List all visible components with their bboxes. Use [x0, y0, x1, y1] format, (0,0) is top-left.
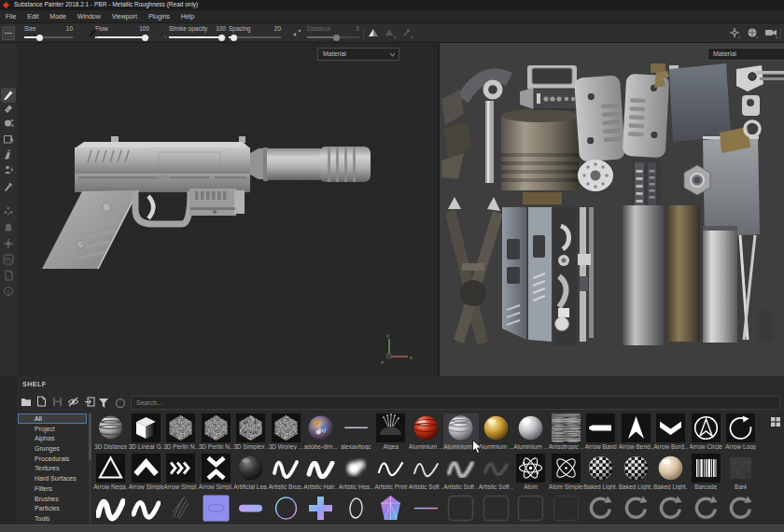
- camera-icon[interactable]: [764, 27, 779, 39]
- material-mode-dropdown-right[interactable]: Material: [707, 48, 784, 61]
- shelf-resource[interactable]: [163, 494, 199, 524]
- import-icon[interactable]: [83, 395, 95, 408]
- shelf-resource-3d-distance[interactable]: 3D Distance: [93, 413, 129, 450]
- shelf-resource[interactable]: [619, 494, 654, 524]
- menu-viewport[interactable]: Viewport: [106, 10, 143, 22]
- symmetry-icon[interactable]: [368, 27, 379, 38]
- viewport-2d-uv[interactable]: Material: [440, 43, 784, 376]
- menu-window[interactable]: Window: [72, 10, 106, 22]
- quick-mask-icon[interactable]: [401, 27, 414, 39]
- shelf-resource-baked-light[interactable]: Baked Light...: [583, 454, 619, 490]
- shelf-resource[interactable]: [269, 494, 304, 524]
- shelf-resource-arrow-nega[interactable]: Arrow Nega...: [93, 454, 129, 490]
- shelf-resource-algea[interactable]: Algea: [373, 413, 409, 450]
- document-icon[interactable]: [1, 268, 16, 283]
- shelf-resource-baked-light[interactable]: Baked Light...: [619, 454, 654, 490]
- shelf-category-tools[interactable]: Tools: [18, 513, 87, 524]
- shelf-resource-aluminium[interactable]: Aluminium ...: [479, 413, 514, 450]
- shelf-resource-arrow-simpl[interactable]: Arrow Simpl...: [163, 454, 199, 490]
- shelf-resource-atom-simple[interactable]: Atom Simple: [549, 454, 584, 490]
- photoshop-icon[interactable]: Ps: [1, 252, 16, 267]
- shelf-category-filters[interactable]: Filters: [18, 483, 87, 494]
- shelf-resource[interactable]: [93, 494, 129, 524]
- shelf-resource-arrow-simpl[interactable]: Arrow Simpl...: [199, 454, 234, 490]
- shelf-resource[interactable]: [409, 494, 444, 524]
- shelf-resource[interactable]: [723, 494, 759, 524]
- shelf-resource-artistic-soft[interactable]: Artistic Soft ...: [479, 454, 514, 490]
- shelf-resource[interactable]: [653, 494, 689, 524]
- shelf-resource-atom[interactable]: Atom: [513, 454, 549, 490]
- slider-spacing[interactable]: Spacing20: [229, 25, 281, 41]
- menu-plugins[interactable]: Plugins: [143, 10, 175, 22]
- hide-icon[interactable]: [67, 395, 79, 408]
- projection-icon[interactable]: [1, 116, 16, 131]
- shelf-resource-arrow-bend[interactable]: Arrow Bend...: [619, 413, 654, 450]
- shelf-resource-arrow-band[interactable]: Arrow Band: [583, 413, 619, 450]
- eraser-icon[interactable]: [1, 101, 16, 116]
- shelf-resource-bark[interactable]: Bark: [723, 454, 759, 490]
- slider-stroke-opacity[interactable]: Stroke opacity100: [169, 25, 226, 41]
- gear-icon[interactable]: [1, 236, 16, 251]
- shelf-resource-artistic-print[interactable]: Artistic Print: [373, 454, 409, 490]
- shelf-resource[interactable]: [129, 494, 164, 524]
- alert-icon[interactable]: [1, 220, 16, 235]
- pencil-preset-icon[interactable]: [156, 27, 168, 39]
- shelf-category-project[interactable]: Project: [18, 424, 87, 434]
- shelf-resource-arrow-loop[interactable]: Arrow Loop: [723, 413, 759, 450]
- menu-edit[interactable]: Edit: [21, 10, 44, 22]
- search-input[interactable]: [131, 396, 780, 410]
- smudge-icon[interactable]: [1, 147, 16, 162]
- menu-mode[interactable]: Mode: [44, 10, 72, 22]
- shelf-category-alphas[interactable]: Alphas: [18, 433, 87, 443]
- shelf-resource-arrow-circle[interactable]: Arrow Circle: [689, 413, 724, 450]
- color-picker-icon[interactable]: [1, 179, 16, 194]
- shelf-resource[interactable]: [339, 494, 374, 524]
- stroke-preset-button[interactable]: [2, 26, 15, 40]
- pivot-icon[interactable]: [729, 27, 742, 39]
- shelf-category-hard-surfaces[interactable]: Hard Surfaces: [18, 473, 87, 483]
- menu-file[interactable]: File: [0, 10, 21, 22]
- shelf-category-grunges[interactable]: Grunges: [18, 443, 87, 454]
- shelf-resource-aluminium[interactable]: Aluminium ...: [513, 413, 549, 450]
- shelf-category-all[interactable]: All: [18, 413, 87, 424]
- filter-circle-icon[interactable]: [115, 398, 126, 409]
- shelf-resource-3d-perlin-n[interactable]: 3D Perlin N...: [199, 413, 234, 450]
- shelf-resource-3d-linear-g[interactable]: 3D Linear G...: [129, 413, 164, 450]
- new-file-icon[interactable]: [35, 395, 48, 408]
- shelf-category-particles[interactable]: Particles: [18, 503, 87, 513]
- shelf-resource-artificial-lea[interactable]: Artificial Lea...: [233, 454, 269, 490]
- slider-distance[interactable]: Distance8: [307, 25, 359, 41]
- lazy-mouse-icon[interactable]: [292, 27, 303, 39]
- shelf-resource[interactable]: [689, 494, 724, 524]
- grid-view-icon[interactable]: [771, 417, 780, 427]
- shelf-resource-anisotropic[interactable]: Anisotropic ...: [549, 413, 584, 450]
- clone-icon[interactable]: [1, 162, 16, 177]
- shelf-resource[interactable]: [303, 494, 339, 524]
- viewport-3d[interactable]: y x z Material: [17, 43, 438, 376]
- shelf-resource-artistic-soft[interactable]: Artistic Soft ...: [443, 454, 479, 490]
- shelf-resource-arrow-bord[interactable]: Arrow Bord...: [653, 413, 689, 450]
- shelf-category-procedurals[interactable]: Procedurals: [18, 454, 87, 464]
- shelf-resource-3d-simplex[interactable]: 3D Simplex ...: [233, 413, 269, 450]
- shelf-resource-alexavltogc[interactable]: alexavltogc: [339, 413, 374, 450]
- particles-icon[interactable]: [1, 203, 16, 218]
- shelf-resource[interactable]: [549, 494, 584, 524]
- symmetry-settings-icon[interactable]: [385, 27, 398, 39]
- shelf-resource-3d-perlin-n[interactable]: 3D Perlin N...: [163, 413, 199, 450]
- folder-icon[interactable]: [20, 395, 32, 408]
- shelf-resource-barcode[interactable]: Barcode: [689, 454, 724, 490]
- shelf-category-brushes[interactable]: Brushes: [18, 494, 87, 504]
- shelf-resource[interactable]: [583, 494, 619, 524]
- shelf-resource-3d-worley[interactable]: 3D Worley ...: [269, 413, 304, 450]
- shelf-resource[interactable]: [233, 494, 269, 524]
- perspective-icon[interactable]: [747, 27, 760, 39]
- slider-flow[interactable]: Flow100: [95, 25, 149, 41]
- shelf-resource-arrow-simple[interactable]: Arrow Simple: [129, 454, 164, 490]
- polygon-fill-icon[interactable]: [1, 132, 16, 147]
- shelf-resource[interactable]: [479, 494, 514, 524]
- shelf-resource[interactable]: [443, 494, 479, 524]
- save-icon[interactable]: [51, 395, 63, 408]
- material-mode-dropdown-left[interactable]: Material: [317, 48, 399, 61]
- shelf-resource[interactable]: [373, 494, 409, 524]
- shelf-resource[interactable]: [199, 494, 234, 524]
